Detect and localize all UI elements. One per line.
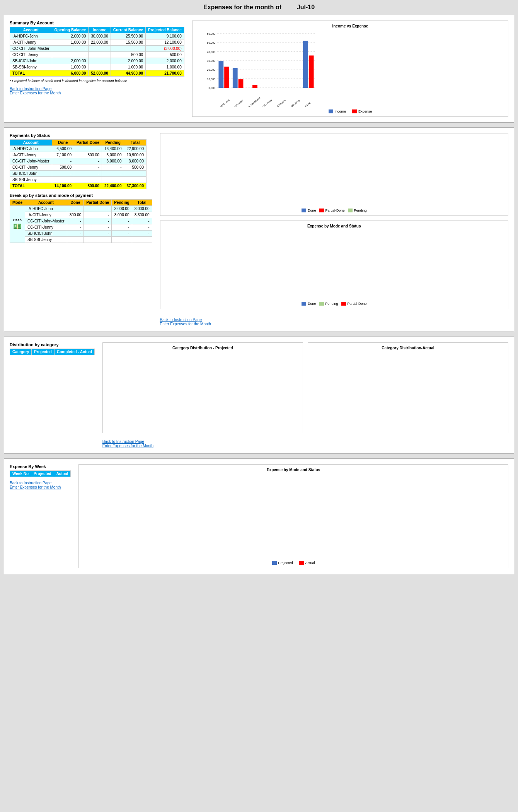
table-cell: (3,000.00) [146, 46, 184, 52]
table-cell: 7,100.00 [52, 152, 74, 158]
back-link-1[interactable]: Back to Instruction Page [10, 87, 184, 91]
table-cell: 16,400.00 [102, 146, 124, 152]
table-cell: - [52, 52, 89, 58]
enter-link-3[interactable]: Enter Expenses for the Month [102, 444, 508, 448]
table-cell: CC-CITI-Jenny [25, 224, 67, 231]
mode-cell: Cash💵 [10, 206, 25, 243]
breakdown-title: Break up by status and mode of payment [10, 193, 152, 198]
col-income: Income [89, 27, 111, 33]
table-cell: - [84, 206, 112, 212]
table-cell: - [67, 237, 84, 243]
payments-svg [164, 137, 272, 206]
table-cell: 1,000.00 [146, 64, 184, 70]
table-cell: 3,000.00 [112, 206, 132, 212]
section-week: Expense By Week Week No Projected Actual… [4, 458, 514, 574]
table-cell: 10,900.00 [124, 152, 147, 158]
table-cell: - [67, 224, 84, 231]
section-category: Distribution by category Category Projec… [4, 337, 514, 454]
svg-text:30,000: 30,000 [207, 60, 215, 62]
week-table: Week No Projected Actual [10, 470, 71, 477]
table-cell: 3,000.00 [124, 158, 147, 164]
section4-links: Back to Instruction Page Enter Expenses … [10, 481, 71, 489]
actual-pie-chart: Category Distribution-Actual [308, 342, 508, 433]
table-cell: 52,000.00 [89, 70, 111, 77]
svg-text:SB-ICICI-John: SB-ICICI-John [273, 99, 286, 107]
section2-links: Back to Instruction Page Enter Expenses … [160, 318, 508, 326]
table-cell: - [84, 237, 112, 243]
svg-text:50,000: 50,000 [207, 41, 215, 44]
table-cell: 500.00 [124, 164, 147, 171]
svg-text:40,000: 40,000 [207, 51, 215, 53]
table-cell: SB-ICICI-John [10, 171, 52, 177]
table-cell: IA-HDFC-John [10, 146, 52, 152]
svg-rect-32 [303, 41, 308, 88]
svg-text:TOTAL: TOTAL [304, 101, 312, 107]
back-link-4[interactable]: Back to Instruction Page [10, 481, 71, 485]
table-cell: - [132, 218, 152, 224]
week-chart-svg [82, 474, 213, 559]
svg-rect-17 [233, 68, 238, 88]
category-table: Category Projected Completed - Actual [10, 349, 95, 355]
table-cell: - [132, 231, 152, 237]
table-row: Cash💵IA-HDFC-John--3,000.003,000.00 [10, 206, 152, 212]
table-cell: IA-CITI-Jenny [10, 39, 52, 46]
table-cell: CC-CITI-John-Master [10, 46, 52, 52]
back-link-3[interactable]: Back to Instruction Page [102, 439, 508, 444]
table-cell: - [132, 224, 152, 231]
section4-title: Expense By Week [10, 464, 71, 469]
table-cell: 30,000.00 [89, 33, 111, 39]
section-summary: Summary By Account Account Opening Balan… [4, 15, 514, 123]
table-cell: IA-CITI-Jenny [25, 212, 67, 218]
income-expense-svg: 0,00010,00020,00030,00040,00050,00060,00… [196, 30, 319, 107]
svg-text:IA-CITI-Jenny: IA-CITI-Jenny [231, 99, 244, 107]
table-cell: - [52, 177, 74, 183]
table-cell: TOTAL [10, 70, 52, 77]
table-cell: 9,100.00 [146, 33, 184, 39]
section2-title: Payments by Status [10, 133, 152, 138]
table-cell: 2,000.00 [111, 58, 145, 64]
table-cell: - [84, 212, 112, 218]
back-link-2[interactable]: Back to Instruction Page [160, 318, 508, 322]
table-cell: IA-HDFC-John [10, 33, 52, 39]
table-cell: - [67, 206, 84, 212]
table-cell: SB-SBI-Jenny [10, 64, 52, 70]
svg-rect-14 [218, 61, 223, 88]
table-cell: 2,000.00 [52, 58, 89, 64]
enter-link-1[interactable]: Enter Expenses for the Month [10, 91, 184, 95]
table-cell: CC-CITI-John-Master [25, 218, 67, 224]
table-cell: - [52, 158, 74, 164]
proj-pie-svg [106, 352, 206, 429]
enter-link-4[interactable]: Enter Expenses for the Month [10, 485, 71, 489]
footnote: * Projected balance of credit card is de… [10, 79, 184, 83]
table-cell: - [102, 164, 124, 171]
table-cell: - [74, 171, 102, 177]
table-cell: - [112, 224, 132, 231]
table-cell: 300.00 [67, 212, 84, 218]
table-cell: 500.00 [52, 164, 74, 171]
table-cell [89, 46, 111, 52]
table-cell: 21,700.00 [146, 70, 184, 77]
table-cell [89, 52, 111, 58]
svg-text:60,000: 60,000 [207, 32, 215, 35]
mode-status-svg [164, 230, 272, 299]
table-cell [89, 58, 111, 64]
table-row: SB-ICICI-John---- [10, 231, 152, 237]
table-cell [89, 64, 111, 70]
table-cell: SB-SBI-Jenny [25, 237, 67, 243]
section1-links: Back to Instruction Page Enter Expenses … [10, 87, 184, 95]
enter-link-2[interactable]: Enter Expenses for the Month [160, 322, 508, 326]
table-cell: - [67, 231, 84, 237]
svg-rect-15 [224, 67, 229, 88]
proj-pie-chart: Category Distribution - Projected [102, 342, 303, 433]
summary-table: Account Opening Balance Income Current B… [10, 27, 184, 77]
table-cell: - [124, 177, 147, 183]
table-cell: 1,000.00 [52, 39, 89, 46]
income-expense-chart: Income vs Expense 0,00010,00020,00030,00… [192, 21, 508, 117]
table-cell: - [74, 158, 102, 164]
table-cell: - [74, 146, 102, 152]
payments-table: Account Done Partial-Done Pending Total … [10, 139, 147, 189]
table-cell: CC-CITI-Jenny [10, 164, 52, 171]
svg-text:SB-SBI-Jenny: SB-SBI-Jenny [287, 99, 300, 107]
legend-income: Income [329, 109, 346, 113]
table-cell: 44,900.00 [111, 70, 145, 77]
